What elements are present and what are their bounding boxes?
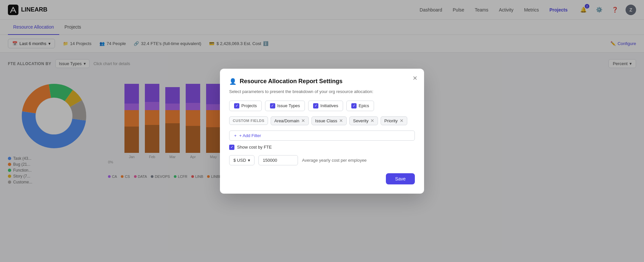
cost-description: Average yearly cost per employee <box>302 158 366 163</box>
modal-close-button[interactable]: ✕ <box>413 75 417 81</box>
add-filter-button[interactable]: + + Add Filter <box>229 131 415 141</box>
settings-icon: 👤 <box>229 78 236 85</box>
show-cost-row: ✓ Show cost by FTE <box>229 145 415 150</box>
check-icon-initiatives: ✓ <box>313 103 318 108</box>
custom-fields-row: CUSTOM FIELDS Area/Domain ✕ Issue Class … <box>229 116 415 125</box>
filter-tag-priority: Priority ✕ <box>381 116 407 125</box>
check-icon-projects: ✓ <box>234 103 239 108</box>
modal-checkboxes: ✓ Projects ✓ Issue Types ✓ Initiatives ✓… <box>229 101 415 111</box>
cost-input-row: $ USD ▾ Average yearly cost per employee <box>229 155 415 165</box>
check-icon-epics: ✓ <box>351 103 357 108</box>
filter-tag-area-domain: Area/Domain ✕ <box>271 116 309 125</box>
modal-overlay[interactable]: 👤 Resource Allocation Report Settings ✕ … <box>0 0 644 262</box>
chevron-down-icon: ▾ <box>248 158 250 163</box>
checkbox-projects[interactable]: ✓ Projects <box>229 101 262 111</box>
plus-icon: + <box>234 133 237 138</box>
filter-tag-severity: Severity ✕ <box>349 116 378 125</box>
check-icon-show-cost[interactable]: ✓ <box>229 145 234 150</box>
modal-header: 👤 Resource Allocation Report Settings <box>229 78 415 85</box>
modal-title: Resource Allocation Report Settings <box>240 78 342 85</box>
custom-fields-label: CUSTOM FIELDS <box>229 116 268 125</box>
cost-input[interactable] <box>258 155 298 165</box>
checkbox-initiatives[interactable]: ✓ Initiatives <box>308 101 343 111</box>
modal-footer: Save <box>229 173 415 184</box>
remove-issue-class-button[interactable]: ✕ <box>339 118 343 123</box>
remove-priority-button[interactable]: ✕ <box>400 118 404 123</box>
remove-severity-button[interactable]: ✕ <box>370 118 374 123</box>
check-icon-issue-types: ✓ <box>270 103 275 108</box>
filter-tag-issue-class: Issue Class ✕ <box>311 116 347 125</box>
checkbox-issue-types[interactable]: ✓ Issue Types <box>265 101 305 111</box>
settings-modal: 👤 Resource Allocation Report Settings ✕ … <box>220 69 424 194</box>
save-button[interactable]: Save <box>386 173 415 184</box>
modal-subtitle: Select parameters to present the breakdo… <box>229 89 415 94</box>
checkbox-epics[interactable]: ✓ Epics <box>346 101 374 111</box>
remove-area-domain-button[interactable]: ✕ <box>301 118 305 123</box>
currency-select[interactable]: $ USD ▾ <box>229 155 255 165</box>
show-cost-label: Show cost by FTE <box>237 145 272 150</box>
